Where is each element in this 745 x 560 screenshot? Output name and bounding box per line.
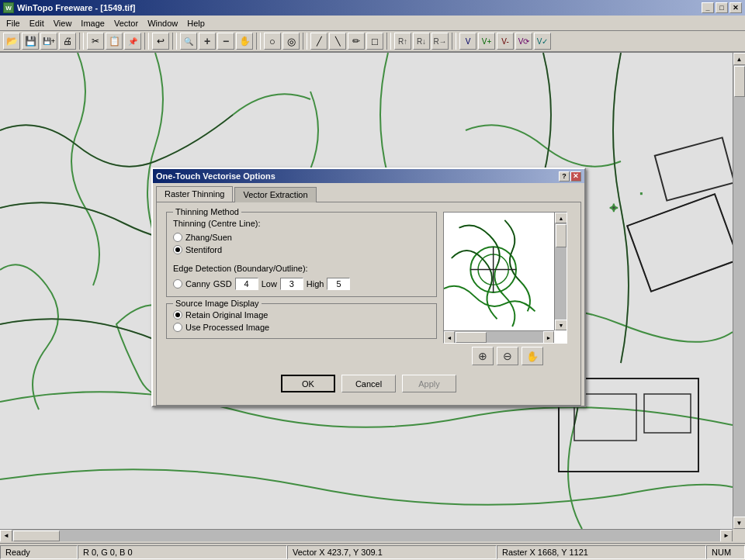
low-input[interactable] [280, 278, 303, 290]
draw-line2[interactable]: ╲ [329, 33, 346, 50]
menu-image[interactable]: Image [76, 17, 109, 29]
pan-button[interactable]: ✋ [236, 33, 253, 50]
preview-controls: ⊕ ⊖ ✋ [443, 347, 571, 365]
gsd-input[interactable] [235, 278, 258, 290]
tab-vector-extraction[interactable]: Vector Extraction [234, 187, 316, 202]
zoom-in-preview[interactable]: ⊕ [472, 347, 494, 365]
zoom-out-button[interactable]: − [217, 33, 234, 50]
dialog-body: Thinning Method Thinning (Centre Line): … [163, 209, 574, 368]
status-coords: R 0, G 0, B 0 [78, 545, 287, 559]
copy-button[interactable]: 📋 [106, 33, 123, 50]
menu-window[interactable]: Window [143, 17, 182, 29]
cancel-button[interactable]: Cancel [341, 375, 396, 392]
toolbar-sep-5 [303, 33, 307, 50]
radio-stentiford[interactable]: Stentiford [173, 245, 430, 254]
preview-scroll-left[interactable]: ◄ [444, 331, 455, 344]
preview-scroll-track-v [555, 223, 567, 320]
save-button[interactable]: 💾 [22, 33, 39, 50]
dialog-close-button[interactable]: ✕ [570, 171, 581, 181]
save-as-button[interactable]: 💾+ [40, 33, 57, 50]
centre-line-label: Thinning (Centre Line): [173, 219, 430, 228]
scroll-thumb-vertical[interactable] [734, 66, 745, 97]
scroll-track-horizontal[interactable] [12, 530, 720, 542]
preview-scroll-track-h [455, 331, 543, 343]
radio-processed-dot[interactable] [173, 323, 182, 332]
maximize-button[interactable]: □ [716, 2, 728, 13]
scroll-track-vertical[interactable] [733, 65, 746, 517]
zoom-rect-button[interactable]: 🔍 [180, 33, 197, 50]
raster-btn2[interactable]: R↓ [413, 33, 430, 50]
menu-view[interactable]: View [49, 17, 77, 29]
preview-image [444, 213, 554, 330]
menu-edit[interactable]: Edit [25, 17, 49, 29]
preview-scroll-thumb-v[interactable] [556, 224, 567, 247]
zoom-in-button[interactable]: + [199, 33, 216, 50]
vector-btn4[interactable]: V⟳ [515, 33, 532, 50]
paste-button[interactable]: 📌 [124, 33, 141, 50]
scrollbar-vertical[interactable]: ▲ ▼ [733, 53, 745, 529]
tool-circle-filled[interactable]: ◎ [282, 33, 300, 50]
menu-vector[interactable]: Vector [109, 17, 143, 29]
apply-button[interactable]: Apply [402, 375, 456, 392]
draw-pencil[interactable]: ✏ [348, 33, 365, 50]
radio-retain[interactable]: Retain Original Image [173, 310, 430, 320]
scroll-down-button[interactable]: ▼ [733, 517, 746, 529]
menu-help[interactable]: Help [182, 17, 210, 29]
status-raster: Raster X 1668, Y 1121 [497, 545, 706, 559]
scroll-thumb-horizontal[interactable] [13, 531, 60, 541]
open-button[interactable]: 📂 [3, 33, 20, 50]
close-button[interactable]: ✕ [729, 2, 742, 13]
svg-text:✦: ✦ [609, 202, 619, 214]
dialog-help-button[interactable]: ? [559, 171, 570, 181]
undo-button[interactable]: ↩ [152, 33, 169, 50]
toolbar-sep-3 [172, 33, 177, 50]
draw-rect[interactable]: □ [366, 33, 383, 50]
print-button[interactable]: 🖨 [59, 33, 76, 50]
ok-button[interactable]: OK [281, 375, 335, 392]
window-title: WinTopo Freeware - [1549.tif] [17, 3, 136, 12]
radio-stentiford-dot[interactable] [173, 245, 182, 254]
tool-circle[interactable]: ○ [264, 33, 281, 50]
scroll-up-button[interactable]: ▲ [733, 53, 746, 65]
toolbar-sep-7 [452, 33, 456, 50]
thinning-method-group: Thinning Method Thinning (Centre Line): … [166, 212, 437, 297]
radio-processed[interactable]: Use Processed Image [173, 323, 430, 332]
dialog-right-panel: ▲ ▼ ◄ ► [443, 212, 571, 365]
high-input[interactable] [327, 278, 350, 290]
raster-btn1[interactable]: R↑ [394, 33, 411, 50]
vector-btn3[interactable]: V- [497, 33, 514, 50]
preview-area: ▲ ▼ ◄ ► [443, 212, 567, 344]
preview-scrollbar-h[interactable]: ◄ ► [444, 330, 554, 343]
tab-raster-thinning[interactable]: Raster Thinning [156, 186, 233, 202]
radio-canny[interactable]: Canny [173, 279, 210, 289]
menu-file[interactable]: File [2, 17, 25, 29]
draw-line[interactable]: ╱ [310, 33, 327, 50]
scrollbar-horizontal[interactable]: ◄ ► [0, 529, 733, 541]
vector-btn2[interactable]: V+ [478, 33, 495, 50]
dialog-button-row: OK Cancel Apply [163, 368, 574, 399]
preview-scrollbar-v[interactable]: ▲ ▼ [554, 213, 567, 330]
zoom-out-preview[interactable]: ⊖ [497, 347, 518, 365]
edge-detection-row: Canny GSD Low High [173, 278, 430, 290]
pan-preview[interactable]: ✋ [522, 347, 543, 365]
app-icon: W [3, 2, 14, 13]
dialog-one-touch-vectorise: One-Touch Vectorise Options ? ✕ Raster T… [151, 168, 586, 407]
scroll-right-button[interactable]: ► [720, 530, 733, 542]
minimize-button[interactable]: _ [702, 2, 714, 13]
preview-scroll-down[interactable]: ▼ [555, 320, 567, 330]
dialog-title-bar: One-Touch Vectorise Options ? ✕ [153, 169, 584, 183]
cut-button[interactable]: ✂ [87, 33, 104, 50]
svg-rect-17 [444, 213, 554, 330]
preview-scroll-right[interactable]: ► [543, 331, 554, 344]
menu-bar: File Edit View Image Vector Window Help [0, 16, 745, 31]
radio-retain-dot[interactable] [173, 310, 182, 320]
raster-btn3[interactable]: R→ [431, 33, 449, 50]
radio-canny-dot[interactable] [173, 279, 182, 289]
scroll-left-button[interactable]: ◄ [0, 530, 12, 542]
preview-scroll-up[interactable]: ▲ [555, 213, 567, 223]
preview-scroll-thumb-h[interactable] [456, 332, 487, 343]
vector-btn1[interactable]: V [459, 33, 476, 50]
radio-zhang-suen[interactable]: Zhang/Suen [173, 233, 430, 242]
radio-zhang-suen-dot[interactable] [173, 233, 182, 242]
vector-btn5[interactable]: V✓ [534, 33, 551, 50]
